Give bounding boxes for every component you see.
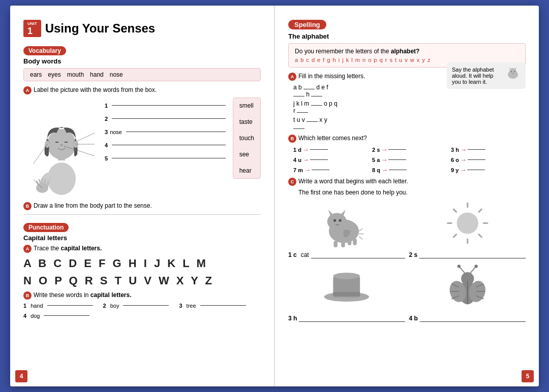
svg-line-10 bbox=[42, 179, 43, 183]
svg-point-28 bbox=[333, 219, 336, 222]
circle-b-punct: B bbox=[23, 291, 32, 300]
alphabet-row1: A B C D E F G H I J K L M bbox=[23, 257, 261, 270]
spelling-instruction-b: B Which letter comes next? bbox=[288, 135, 526, 143]
svg-marker-21 bbox=[514, 67, 517, 70]
write-item-4: 4 dog bbox=[23, 313, 89, 319]
word-mouth: mouth bbox=[67, 71, 84, 78]
svg-point-23 bbox=[514, 71, 515, 72]
spelling-image-hat: 3 h bbox=[288, 263, 405, 322]
unit-badge: UNIT 1 bbox=[23, 20, 41, 37]
write-item-1: 1 hand bbox=[23, 303, 93, 309]
punct-instruction-a: A Trace the capital letters. bbox=[23, 245, 261, 253]
vocabulary-badge: Vocabulary bbox=[23, 46, 66, 55]
left-page: UNIT 1 Using Your Senses Vocabulary Body… bbox=[10, 6, 275, 386]
cat-svg bbox=[288, 199, 405, 247]
girl-figure bbox=[23, 97, 100, 199]
write-item-2: 2 boy bbox=[103, 303, 169, 309]
svg-point-56 bbox=[457, 265, 460, 268]
circle-a-vocab: A bbox=[23, 86, 32, 94]
spelling-instruction-a: A Fill in the missing letters. bbox=[288, 73, 442, 81]
svg-rect-35 bbox=[348, 239, 351, 245]
sun-svg bbox=[409, 199, 526, 247]
svg-marker-27 bbox=[340, 210, 346, 216]
done-help: The first one has been done to help you. bbox=[298, 189, 526, 196]
svg-rect-34 bbox=[341, 241, 345, 247]
circle-a-punct: A bbox=[23, 245, 32, 253]
spelling-image-sun: 2 s bbox=[409, 199, 526, 258]
svg-point-49 bbox=[333, 273, 360, 279]
spelling-instruction-c: C Write a word that begins with each let… bbox=[288, 178, 526, 186]
sense-smell: smell bbox=[239, 102, 254, 109]
write-item-3: 3 tree bbox=[179, 303, 246, 309]
svg-line-45 bbox=[453, 235, 456, 237]
word-ears: ears bbox=[30, 71, 42, 78]
circle-a-spell: A bbox=[288, 73, 296, 81]
circle-b-vocab: B bbox=[23, 202, 32, 210]
right-page: Spelling The alphabet Do you remember th… bbox=[275, 6, 539, 386]
cat-thumbnail bbox=[505, 67, 521, 79]
left-page-number: 4 bbox=[15, 370, 27, 382]
fill-missing-grid: a b d e f h j k l m o p q r t u v x y bbox=[293, 84, 442, 130]
svg-line-44 bbox=[478, 209, 481, 212]
senses-box: smell taste touch see hear bbox=[233, 97, 261, 179]
svg-line-30 bbox=[359, 228, 362, 231]
spelling-image-bug: 4 b bbox=[409, 263, 526, 322]
vocab-image-area: 1 2 3 nose 4 5 bbox=[23, 97, 261, 199]
punctuation-badge: Punctuation bbox=[23, 223, 69, 232]
page-title: Using Your Senses bbox=[45, 21, 156, 36]
sense-see: see bbox=[239, 151, 254, 158]
svg-line-9 bbox=[39, 180, 41, 184]
bug-svg bbox=[409, 263, 526, 311]
svg-marker-26 bbox=[328, 210, 334, 216]
write-words-area: 1 hand 2 boy 3 tree 4 dog bbox=[23, 303, 261, 319]
book-container: UNIT 1 Using Your Senses Vocabulary Body… bbox=[10, 6, 539, 386]
sense-hear: hear bbox=[239, 167, 254, 174]
alphabet-row2: N O P Q R S T U V W X Y Z bbox=[23, 274, 261, 287]
svg-line-32 bbox=[359, 237, 362, 239]
svg-point-29 bbox=[339, 219, 341, 222]
help-box: Say the alphabet aloud. It will help you… bbox=[447, 62, 526, 89]
svg-line-13 bbox=[76, 133, 95, 142]
svg-line-55 bbox=[459, 267, 465, 273]
capital-letters-heading: Capital letters bbox=[23, 234, 261, 242]
word-eyes: eyes bbox=[48, 71, 60, 78]
svg-point-58 bbox=[474, 265, 477, 268]
alphabet-heading: The alphabet bbox=[288, 32, 526, 40]
word-nose: nose bbox=[110, 71, 123, 78]
svg-marker-20 bbox=[509, 67, 511, 70]
svg-rect-48 bbox=[333, 292, 360, 296]
sense-taste: taste bbox=[239, 118, 254, 125]
svg-line-57 bbox=[470, 267, 476, 273]
svg-point-0 bbox=[47, 162, 76, 195]
right-page-number: 5 bbox=[522, 370, 534, 382]
svg-point-22 bbox=[511, 71, 512, 72]
svg-line-43 bbox=[478, 235, 481, 237]
svg-rect-36 bbox=[353, 239, 356, 245]
body-words-heading: Body words bbox=[23, 57, 261, 65]
which-next-grid: 1 d → 2 s → 3 h → 4 u → 5 a → bbox=[293, 146, 526, 174]
spelling-image-cat: 1 c cat bbox=[288, 199, 405, 258]
spelling-images-grid: 1 c cat bbox=[288, 199, 526, 322]
word-hand: hand bbox=[90, 71, 104, 78]
spelling-badge: Spelling bbox=[288, 20, 326, 29]
svg-point-2 bbox=[47, 129, 76, 159]
circle-b-spell: B bbox=[288, 135, 296, 143]
svg-line-42 bbox=[453, 209, 456, 212]
sense-touch: touch bbox=[239, 135, 254, 142]
vocab-instruction-b: B Draw a line from the body part to the … bbox=[23, 202, 261, 210]
svg-point-25 bbox=[327, 213, 347, 230]
circle-c-spell: C bbox=[288, 178, 296, 186]
vocabulary-word-box: ears eyes mouth hand nose bbox=[23, 68, 261, 81]
punct-instruction-b: B Write these words in capital letters. bbox=[23, 291, 261, 300]
svg-rect-33 bbox=[333, 241, 337, 247]
vocab-instruction-a: A Label the picture with the words from … bbox=[23, 86, 261, 94]
svg-line-11 bbox=[45, 180, 45, 184]
hat-svg bbox=[288, 263, 405, 311]
svg-point-37 bbox=[456, 212, 478, 234]
